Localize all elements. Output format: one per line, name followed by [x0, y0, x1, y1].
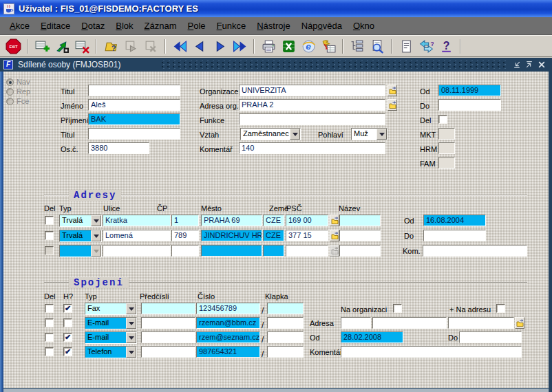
adresy-row2-typ-combo[interactable]: Trvalá	[59, 230, 102, 242]
menu-zaznam[interactable]: Záznam	[139, 21, 182, 31]
spojeni-row2-predcisli-field[interactable]	[141, 317, 195, 329]
first-record-button[interactable]	[171, 38, 188, 54]
adresa-org-lov-button[interactable]	[388, 99, 397, 111]
adresy-row2-zeme-field[interactable]: CZE	[263, 230, 284, 241]
od-field[interactable]: 08.11.1999	[438, 85, 501, 96]
next-record-button[interactable]	[211, 38, 228, 54]
adresy-row1-zeme-field[interactable]: CZE	[263, 215, 284, 226]
spojeni-row4-predcisli-field[interactable]	[141, 346, 195, 358]
chevron-down-icon[interactable]	[290, 129, 300, 140]
adresy-row1-psc-field[interactable]: 169 00	[286, 215, 328, 226]
spojeni-row3-predcisli-field[interactable]	[141, 331, 195, 343]
execute-query-button[interactable]	[123, 38, 139, 54]
adresy-row3-psc-field[interactable]	[286, 245, 328, 257]
spojeni-adresa2-field[interactable]	[372, 317, 447, 329]
adresy-row1-ulice-field[interactable]: Kratka	[103, 215, 171, 226]
radio-fce[interactable]	[6, 98, 14, 105]
spojeni-row4-cislo-field[interactable]: 987654321	[196, 346, 260, 358]
chevron-down-icon[interactable]	[91, 215, 101, 226]
find-button[interactable]	[369, 38, 385, 54]
adresy-row3-zeme-field[interactable]	[263, 245, 284, 257]
adresy-row2-nazev-field[interactable]	[339, 230, 381, 241]
tree-view-button[interactable]	[349, 38, 365, 54]
spojeni-row2-cislo-field[interactable]: rzeman@bbm.cz	[196, 317, 260, 329]
chevron-down-icon[interactable]	[126, 318, 136, 329]
spojeni-row1-predcisli-field[interactable]	[141, 303, 195, 314]
restore-window-button[interactable]	[512, 60, 522, 69]
memo-button[interactable]	[398, 38, 414, 54]
adresy-row2-ulice-field[interactable]: Lomená	[103, 230, 171, 241]
spojeni-row1-del-checkbox[interactable]	[45, 304, 54, 313]
prijmeni-field[interactable]: BAK	[88, 113, 180, 125]
adresy-row3-cp-field[interactable]	[171, 245, 199, 257]
radio-nav[interactable]	[6, 78, 14, 86]
menu-funkce[interactable]: Funkce	[211, 21, 252, 31]
menu-editace[interactable]: Editace	[35, 21, 76, 31]
spojeni-od-field[interactable]: 28.02.2008	[341, 331, 403, 343]
adresy-row1-cp-field[interactable]: 1	[171, 215, 199, 226]
adresy-row1-mesto-field[interactable]: PRAHA 69	[201, 215, 262, 226]
adresa-org-field[interactable]: PRAHA 2	[239, 99, 385, 111]
chevron-down-icon[interactable]	[126, 332, 136, 343]
spojeni-adresa-lov-button[interactable]	[515, 317, 524, 329]
spojeni-row3-typ-combo[interactable]: E-mail	[85, 331, 137, 344]
menu-dotaz[interactable]: Dotaz	[76, 21, 110, 31]
spojeni-row4-del-checkbox[interactable]	[45, 347, 54, 356]
adresy-row3-nazev-field[interactable]	[339, 245, 381, 257]
adresy-row2-lov-button[interactable]	[330, 230, 339, 241]
spojeni-row4-klapka-field[interactable]	[267, 346, 304, 358]
spojeni-row3-cislo-field[interactable]: rzem@seznam.cz	[196, 331, 260, 343]
spojeni-row2-del-checkbox[interactable]	[45, 318, 54, 327]
spojeni-row1-cislo-field[interactable]: 123456789	[196, 303, 260, 314]
adresy-row3-mesto-field[interactable]	[201, 245, 262, 257]
previous-record-button[interactable]	[191, 38, 208, 54]
adresy-row2-del-checkbox[interactable]	[45, 231, 54, 240]
menu-akce[interactable]: Akce	[4, 21, 35, 31]
menu-napoveda[interactable]: Nápověda	[296, 21, 348, 31]
help-button[interactable]: ?	[438, 38, 454, 54]
adresy-do-field[interactable]	[423, 230, 486, 241]
web-browser-button[interactable]: e	[300, 38, 317, 54]
del-checkbox[interactable]	[438, 115, 447, 124]
spojeni-komentar-field[interactable]	[341, 346, 522, 358]
spojeni-row3-h-checkbox[interactable]	[63, 333, 72, 342]
funkce-field[interactable]	[239, 113, 385, 125]
adresy-row2-psc-field[interactable]: 377 15	[286, 230, 328, 241]
spojeni-row2-typ-combo[interactable]: E-mail	[85, 317, 137, 329]
adresy-row2-mesto-field[interactable]: JINDRICHUV HRADEC	[201, 230, 262, 241]
delete-record-button[interactable]	[74, 38, 90, 54]
menu-blok[interactable]: Blok	[110, 21, 138, 31]
jmeno-field[interactable]: Aleš	[88, 99, 180, 111]
spojeni-row1-klapka-field[interactable]	[267, 303, 304, 314]
pohlavi-combo[interactable]: Muž	[351, 128, 388, 140]
close-window-button[interactable]	[537, 60, 546, 69]
export-excel-button[interactable]	[280, 38, 297, 54]
menu-nastroje[interactable]: Nástroje	[251, 21, 295, 31]
adresy-row1-nazev-field[interactable]	[339, 215, 381, 226]
cancel-query-button[interactable]	[142, 38, 159, 54]
export-table-button[interactable]	[320, 38, 337, 54]
spojeni-row1-h-checkbox[interactable]	[63, 304, 72, 313]
spojeni-adresa1-field[interactable]	[341, 317, 371, 329]
menu-pole[interactable]: Pole	[182, 21, 211, 31]
spojeni-row2-klapka-field[interactable]	[267, 317, 304, 329]
radio-rep[interactable]	[6, 88, 14, 96]
last-record-button[interactable]	[231, 38, 248, 54]
menu-okno[interactable]: Okno	[348, 21, 380, 31]
na-organizaci-checkbox[interactable]	[393, 304, 402, 313]
maximize-window-button[interactable]	[524, 60, 534, 69]
organizace-lov-button[interactable]	[388, 85, 397, 96]
chevron-down-icon[interactable]	[126, 303, 136, 314]
insert-record-button[interactable]	[34, 38, 50, 54]
adresy-row2-cp-field[interactable]: 789	[171, 230, 199, 241]
vztah-combo[interactable]: Zaměstnanec	[240, 128, 301, 140]
spojeni-row1-typ-combo[interactable]: Fax	[85, 303, 137, 315]
na-adresu-checkbox[interactable]	[496, 304, 505, 313]
help-navigate-button[interactable]: ?	[418, 38, 434, 54]
adresy-row1-lov-button[interactable]	[330, 215, 339, 226]
spojeni-adresa3-field[interactable]	[448, 317, 514, 329]
oscislo-field[interactable]: 3880	[88, 142, 149, 154]
adresy-row1-del-checkbox[interactable]	[45, 216, 54, 225]
spojeni-row3-del-checkbox[interactable]	[45, 333, 54, 342]
save-record-button[interactable]	[54, 38, 70, 54]
